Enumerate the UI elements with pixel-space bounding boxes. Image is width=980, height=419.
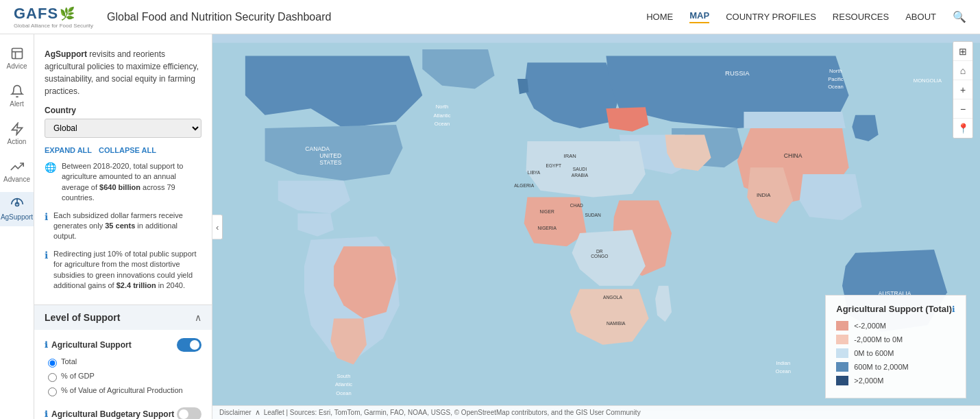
disclaimer-label-text: Disclaimer (219, 409, 252, 416)
fact-text-1: Between 2018-2020, total support to agri… (62, 161, 201, 204)
angola-label: ANGOLA (603, 295, 622, 300)
sidebar-advance-label: Advance (3, 176, 30, 183)
fact-item-3: ℹ Redirecting just 10% of total public s… (45, 249, 201, 291)
legend-item-5: >2,000M (836, 376, 955, 385)
left-panel: AgSupport revisits and reorients agricul… (34, 34, 212, 419)
disclaimer-chevron-icon: ∧ (255, 408, 260, 417)
svg-marker-3 (12, 123, 22, 135)
agricultural-support-slider (177, 338, 201, 352)
country-label: Country (45, 106, 201, 115)
nav-country-profiles[interactable]: COUNTRY PROFILES (726, 12, 816, 22)
mongolia-label: MONGOLIA (914, 77, 942, 84)
main-nav: HOME MAP COUNTRY PROFILES RESOURCES ABOU… (646, 10, 966, 23)
agricultural-budgetary-support-slider (177, 407, 201, 419)
legend-item-3: 0M to 600M (836, 348, 955, 358)
legend-label-5: >2,000M (854, 376, 883, 385)
agricultural-budgetary-support-info-icon[interactable]: ℹ (45, 409, 48, 419)
legend-color-5 (836, 376, 848, 385)
agricultural-budgetary-support-toggle[interactable] (177, 407, 201, 419)
map-area[interactable]: CANADA UNITED STATES RUSSIA MONGOLIA CHI… (212, 34, 980, 419)
congo-label: CONGO (591, 254, 608, 259)
south-atlantic-ocean-label: Atlantic (335, 381, 352, 387)
niger-label: NIGER (540, 209, 554, 214)
sidebar-advice-label: Advice (6, 62, 27, 70)
map-controls: ⊞ ⌂ + − 📍 (953, 41, 973, 139)
intro-bold: AgSupport (45, 49, 87, 59)
country-select[interactable]: Global United States China India Brazil (45, 119, 201, 138)
legend-label-4: 600M to 2,000M (854, 363, 909, 371)
south-atlantic-label: South (336, 373, 350, 379)
disclaimer-text: Leaflet | Sources: Esri, TomTom, Garmin,… (264, 409, 641, 416)
sidebar-item-advance[interactable]: Advance (0, 154, 34, 189)
namibia-label: NAMIBIA (607, 321, 626, 326)
agricultural-support-value[interactable]: % of Value of Agricultural Production (48, 386, 201, 396)
agricultural-budgetary-support-title: ℹ Agricultural Budgetary Support (45, 409, 174, 419)
drcongo-label: DR (596, 249, 603, 254)
agricultural-support-title: ℹ Agricultural Support (45, 340, 132, 350)
saudi-arabia-label: ARABIA (572, 173, 589, 178)
nav-about[interactable]: ABOUT (905, 12, 936, 22)
agricultural-support-total[interactable]: Total (48, 357, 201, 368)
legend-label-1: <-2,000M (854, 322, 886, 330)
nav-map[interactable]: MAP (689, 10, 709, 23)
nav-resources[interactable]: RESOURCES (833, 12, 889, 22)
sudan-label: SUDAN (585, 213, 602, 217)
level-of-support-content: ℹ Agricultural Support Total (34, 330, 212, 419)
fact-info-icon-1: ℹ (45, 211, 48, 222)
agricultural-support-gdp[interactable]: % of GDP (48, 372, 201, 382)
expand-collapse-row: EXPAND ALL COLLAPSE ALL (45, 146, 201, 154)
agricultural-support-toggle[interactable] (177, 338, 201, 352)
legend-item-4: 600M to 2,000M (836, 362, 955, 372)
legend-info-icon[interactable]: ℹ (952, 304, 955, 314)
north-atlantic-ocean-label: Atlantic (434, 112, 451, 119)
algeria-label: ALGERIA (514, 183, 535, 188)
map-location-button[interactable]: 📍 (953, 119, 972, 138)
legend-color-2 (836, 335, 848, 344)
level-of-support-chevron-icon: ∧ (195, 312, 201, 323)
logo-leaf-icon: 🌿 (60, 6, 75, 21)
sidebar-item-action[interactable]: Action (0, 117, 34, 151)
sidebar-item-advice[interactable]: Advice (0, 41, 34, 75)
fact-item-1: 🌐 Between 2018-2020, total support to ag… (45, 161, 201, 204)
logo-area: GAFS 🌿 Global Alliance for Food Security (14, 5, 93, 29)
legend-item-1: <-2,000M (836, 321, 955, 331)
legend-title: Agricultural Support (Total) (836, 304, 952, 314)
search-icon[interactable]: 🔍 (953, 10, 966, 23)
south-atlantic-ocean2-label: Ocean (336, 390, 352, 396)
nav-home[interactable]: HOME (646, 12, 673, 22)
egypt-label: EGYPT (546, 163, 561, 168)
north-atlantic-label: North (436, 104, 449, 110)
legend-label-3: 0M to 600M (854, 349, 894, 357)
map-zoom-in-button[interactable]: + (953, 80, 972, 99)
china-label: CHINA (784, 152, 803, 159)
fact-text-3: Redirecting just 10% of total public sup… (53, 249, 201, 291)
sidebar-item-alert[interactable]: Alert (0, 79, 34, 113)
usa-label: UNITED (319, 152, 341, 159)
legend-item-2: -2,000M to 0M (836, 335, 955, 344)
usa-states-label: STATES (319, 159, 341, 166)
mongolia-path (744, 112, 845, 128)
agricultural-support-info-icon[interactable]: ℹ (45, 340, 48, 350)
app-title: Global Food and Nutrition Security Dashb… (107, 11, 646, 23)
expand-all-link[interactable]: EXPAND ALL (45, 146, 92, 154)
north-pacific-ocean-label: Pacific (828, 76, 844, 82)
svg-rect-0 (12, 49, 22, 59)
level-of-support-section-header[interactable]: Level of Support ∧ (34, 304, 212, 330)
panel-body: AgSupport revisits and reorients agricul… (34, 41, 212, 304)
libya-label: LIBYA (528, 170, 541, 175)
russia-label: RUSSIA (725, 69, 750, 77)
collapse-all-link[interactable]: COLLAPSE ALL (99, 146, 156, 154)
map-zoom-out-button[interactable]: − (953, 99, 972, 119)
map-layers-button[interactable]: ⊞ (953, 42, 972, 61)
sidebar-action-label: Action (8, 138, 27, 145)
map-collapse-button[interactable]: ‹ (212, 214, 223, 239)
legend-header: Agricultural Support (Total) ℹ (836, 304, 955, 314)
topnav: GAFS 🌿 Global Alliance for Food Security… (0, 0, 980, 34)
legend-color-4 (836, 362, 848, 372)
atlantic-ocean-label: Ocean (434, 121, 450, 127)
main-content: Advice Alert Action Advance AgSupport Ag… (0, 34, 980, 419)
indian-label: Indian (776, 360, 790, 366)
fact-item-2: ℹ Each subsidized dollar farmers receive… (45, 211, 201, 242)
map-home-button[interactable]: ⌂ (953, 61, 972, 80)
sidebar-item-agsupport[interactable]: AgSupport (0, 192, 34, 226)
